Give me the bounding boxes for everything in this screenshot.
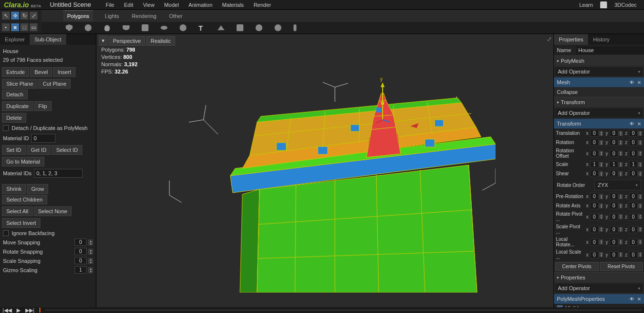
menu-edit[interactable]: Edit — [124, 2, 133, 8]
eye-icon[interactable] — [629, 79, 634, 85]
viewport-menu-toggle[interactable]: ▾ — [99, 36, 108, 46]
x-input[interactable] — [590, 251, 599, 258]
select-edge[interactable]: □ — [20, 23, 28, 31]
viewport-3d-model[interactable]: y — [155, 49, 496, 293]
tab-rendering[interactable]: Rendering — [131, 11, 158, 21]
prim-ball-icon[interactable] — [275, 24, 281, 31]
snap-input-0[interactable] — [74, 239, 87, 246]
prim-torus-icon[interactable] — [180, 24, 186, 31]
menu-animation[interactable]: Animation — [188, 2, 212, 8]
right-tab-properties[interactable]: Properties — [554, 34, 588, 45]
material-id-input[interactable] — [31, 134, 55, 143]
duplicate-button[interactable]: Duplicate — [2, 101, 33, 111]
z-input[interactable] — [629, 193, 638, 200]
prim-capsule-icon[interactable] — [294, 24, 296, 31]
select-none-button[interactable]: Select None — [34, 206, 72, 216]
name-input[interactable] — [576, 46, 644, 54]
y-input[interactable] — [609, 170, 618, 177]
learn-link[interactable]: Learn — [579, 2, 593, 8]
z-input[interactable] — [629, 150, 638, 157]
close-icon[interactable] — [637, 79, 641, 85]
properties-header[interactable]: Properties — [554, 272, 644, 282]
x-input[interactable] — [590, 161, 599, 168]
goto-material-button[interactable]: Go to Material — [2, 157, 44, 166]
menu-materials[interactable]: Materials — [222, 2, 244, 8]
x-input[interactable] — [590, 239, 599, 246]
x-input[interactable] — [590, 193, 599, 200]
tool-cursor[interactable]: ↖ — [2, 12, 10, 19]
eye-icon[interactable] — [629, 296, 634, 302]
z-input[interactable] — [629, 226, 638, 233]
select-invert-button[interactable]: Select Invert — [2, 218, 40, 228]
tool-move[interactable]: ✥ — [11, 12, 19, 19]
z-input[interactable] — [629, 139, 638, 146]
left-tab-subobject[interactable]: Sub-Object — [30, 34, 66, 45]
select-object[interactable]: ▭ — [30, 23, 37, 31]
user-icon[interactable] — [600, 1, 607, 8]
viewport-expand-icon[interactable]: ⤢ — [547, 36, 552, 43]
y-input[interactable] — [609, 251, 618, 258]
menu-model[interactable]: Model — [164, 2, 179, 8]
tool-rotate[interactable]: ↻ — [20, 12, 28, 19]
prim-plane-icon[interactable] — [142, 24, 148, 31]
detach-button[interactable]: Detach — [2, 90, 28, 99]
select-all-button[interactable]: Select All — [2, 206, 33, 216]
timeline-prev[interactable]: |◀◀ — [2, 307, 12, 313]
menu-file[interactable]: File — [106, 2, 114, 8]
select-children-button[interactable]: Select Children — [2, 195, 47, 204]
spin-down[interactable]: ▾ — [88, 261, 93, 264]
y-input[interactable] — [609, 226, 618, 233]
add-operator-2[interactable]: Add Operator — [554, 108, 644, 118]
prim-flag-icon[interactable] — [237, 24, 243, 31]
tab-polygons[interactable]: Polygons — [63, 10, 93, 21]
z-input[interactable] — [629, 239, 638, 246]
add-operator-3[interactable]: Add Operator — [554, 283, 644, 294]
center-pivots-button[interactable]: Center Pivots — [555, 262, 599, 271]
prim-drop-icon[interactable] — [104, 24, 110, 31]
add-operator-1[interactable]: Add Operator — [554, 66, 644, 77]
timeline-play[interactable]: ▶ — [17, 307, 20, 313]
select-vertex[interactable]: • — [2, 23, 10, 31]
menu-view[interactable]: View — [143, 2, 155, 8]
shrink-button[interactable]: Shrink — [2, 184, 26, 194]
material-ids-input[interactable] — [34, 169, 83, 178]
timeline-next[interactable]: ▶▶| — [25, 307, 35, 313]
ignore-backfacing-checkbox[interactable] — [3, 230, 9, 236]
y-input[interactable] — [609, 139, 618, 146]
x-input[interactable] — [590, 139, 599, 146]
z-input[interactable] — [629, 170, 638, 177]
detach-polymesh-checkbox[interactable] — [3, 125, 9, 131]
right-tab-history[interactable]: History — [588, 34, 614, 45]
cutplane-button[interactable]: Cut Plane — [38, 79, 71, 89]
y-input[interactable] — [609, 161, 618, 168]
x-input[interactable] — [590, 213, 599, 221]
x-input[interactable] — [590, 202, 599, 209]
close-icon[interactable] — [637, 121, 641, 127]
reset-pivots-button[interactable]: Reset Pivots — [600, 262, 644, 271]
shade-mode-button[interactable]: Realistic — [146, 36, 175, 46]
polymesh-props-row[interactable]: PolyMeshProperties — [554, 294, 644, 304]
prim-ellipse-icon[interactable] — [161, 26, 167, 30]
select-face[interactable]: ■ — [11, 23, 19, 31]
x-input[interactable] — [590, 150, 599, 157]
selectid-button[interactable]: Select ID — [52, 145, 82, 155]
getid-button[interactable]: Get ID — [27, 145, 51, 155]
delete-button[interactable]: Delete — [2, 113, 26, 123]
left-tab-explorer[interactable]: Explorer — [0, 34, 30, 45]
prim-shield-icon[interactable] — [66, 24, 73, 31]
timeline-track[interactable] — [45, 310, 642, 311]
y-input[interactable] — [609, 239, 618, 246]
spin-down[interactable]: ▾ — [88, 252, 93, 255]
close-icon[interactable] — [637, 296, 641, 302]
menu-render[interactable]: Render — [254, 2, 271, 8]
transform-header[interactable]: Transform — [554, 97, 644, 107]
prim-cone-icon[interactable] — [218, 25, 224, 30]
extrude-button[interactable]: Extrude — [2, 67, 29, 77]
rotate-order-select[interactable]: ZYX — [594, 180, 641, 190]
tab-other[interactable]: Other — [168, 11, 184, 21]
z-input[interactable] — [629, 129, 638, 137]
x-input[interactable] — [590, 226, 599, 233]
sliceplane-button[interactable]: Slice Plane — [2, 79, 37, 89]
view-mode-button[interactable]: Perspective — [109, 36, 145, 46]
spin-down[interactable]: ▾ — [88, 270, 93, 273]
